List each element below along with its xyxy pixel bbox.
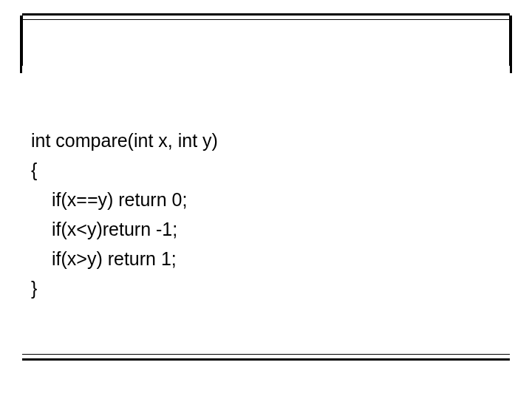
code-line-5: if(x>y) return 1; — [31, 244, 501, 273]
code-line-3: if(x==y) return 0; — [31, 185, 501, 214]
top-border-inner — [22, 19, 510, 20]
top-border-outer — [22, 13, 510, 16]
code-line-4: if(x<y)return -1; — [31, 214, 501, 244]
code-line-1: int compare(int x, int y) — [31, 130, 218, 151]
code-block: int compare(int x, int y) { if(x==y) ret… — [31, 96, 501, 332]
slide: int compare(int x, int y) { if(x==y) ret… — [0, 0, 532, 399]
code-line-6: } — [31, 278, 37, 299]
bottom-border-inner — [22, 354, 510, 355]
code-line-2: { — [31, 160, 37, 180]
bottom-border-outer — [22, 358, 510, 361]
